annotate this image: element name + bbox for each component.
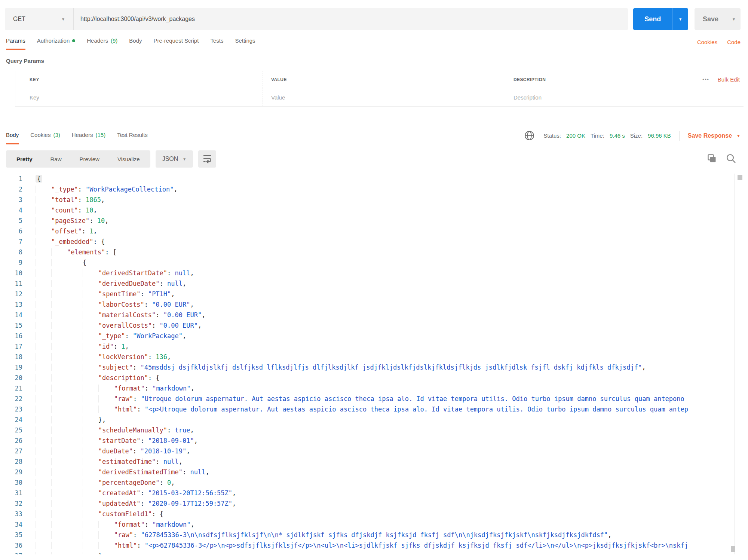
code-line: 15 "overallCosts": "0.00 EUR",	[0, 320, 734, 331]
code-line: 32 "updatedAt": "2020-09-17T12:59:57Z",	[0, 498, 734, 509]
line-number: 24	[0, 414, 22, 425]
save-response-button[interactable]: Save Response ▼	[688, 132, 741, 139]
line-number: 35	[0, 530, 22, 540]
view-pretty[interactable]: Pretty	[7, 156, 42, 162]
tab-settings-label: Settings	[235, 37, 255, 44]
line-number: 4	[0, 205, 22, 215]
status-label: Status:	[543, 132, 561, 139]
code-line: 36 "html": "<p>627845336-3</p>\n<p>sdfsj…	[0, 540, 734, 551]
response-tab-body-label: Body	[6, 132, 19, 138]
line-number: 5	[0, 215, 22, 226]
response-tab-body[interactable]: Body	[6, 132, 19, 144]
tab-body-label: Body	[129, 37, 142, 44]
code-line: 11 "derivedDueDate": null,	[0, 278, 734, 289]
response-body-viewer: 1{2 "_type": "WorkPackageCollection",3 "…	[0, 174, 748, 554]
response-header: Body Cookies (3) Headers (15) Test Resul…	[6, 131, 741, 144]
save-button-label[interactable]: Save	[695, 8, 727, 30]
line-number: 3	[0, 195, 22, 205]
url-input[interactable]	[74, 8, 628, 30]
method-select[interactable]: GET ▼	[5, 8, 74, 30]
tab-tests[interactable]: Tests	[210, 37, 223, 50]
response-tab-cookies[interactable]: Cookies (3)	[30, 132, 60, 144]
request-tabs: Params Authorization Headers (9) Body Pr…	[6, 37, 741, 50]
save-response-label: Save Response	[688, 132, 732, 139]
line-number: 19	[0, 362, 22, 373]
line-number: 9	[0, 257, 22, 268]
save-button[interactable]: Save ▼	[695, 8, 741, 30]
wrap-text-button[interactable]	[198, 150, 216, 168]
line-number: 34	[0, 519, 22, 530]
param-value-input[interactable]	[271, 94, 493, 101]
send-options-caret[interactable]: ▼	[672, 8, 688, 30]
api-client-window: GET ▼ Send ▼ Save ▼ Params Authorization…	[0, 8, 748, 560]
view-switcher: Pretty Raw Preview Visualize	[6, 150, 150, 168]
response-tab-test-results-label: Test Results	[117, 132, 148, 138]
code-line: 13 "laborCosts": "0.00 EUR",	[0, 299, 734, 310]
tab-headers-label: Headers	[87, 37, 108, 44]
view-raw[interactable]: Raw	[42, 156, 71, 162]
view-preview[interactable]: Preview	[71, 156, 108, 162]
code-line: 29 "derivedEstimatedTime": null,	[0, 467, 734, 477]
line-number: 25	[0, 425, 22, 435]
save-options-caret[interactable]: ▼	[727, 8, 741, 30]
code-line: 35 "raw": "627845336-3\n\nsdfsjflksjfkls…	[0, 530, 734, 540]
code-line: 1{	[0, 174, 734, 184]
bulk-edit-link[interactable]: Bulk Edit	[718, 76, 740, 83]
vertical-scrollbar-thumb[interactable]	[738, 175, 742, 180]
cookies-count-badge: (3)	[53, 132, 60, 138]
response-tab-headers-label: Headers	[72, 132, 93, 138]
params-actions: ••• Bulk Edit	[689, 71, 744, 88]
send-button-label[interactable]: Send	[633, 8, 672, 30]
size-label: Size:	[630, 132, 643, 139]
tab-headers[interactable]: Headers (9)	[87, 37, 117, 50]
tab-tests-label: Tests	[210, 37, 223, 44]
code-line: 20 "description": {	[0, 373, 734, 383]
view-visualize[interactable]: Visualize	[108, 156, 149, 162]
chevron-down-icon: ▼	[61, 17, 65, 21]
cookies-link[interactable]: Cookies	[697, 39, 717, 45]
json-code-block: 1{2 "_type": "WorkPackageCollection",3 "…	[0, 174, 748, 554]
response-tab-test-results[interactable]: Test Results	[117, 132, 148, 144]
key-column-header: KEY	[21, 71, 263, 88]
line-number: 29	[0, 467, 22, 477]
code-line: 18 "lockVersion": 136,	[0, 352, 734, 362]
line-number: 26	[0, 435, 22, 446]
code-line: 2 "_type": "WorkPackageCollection",	[0, 184, 734, 195]
tab-params[interactable]: Params	[6, 37, 25, 50]
format-select[interactable]: JSON ▼	[156, 150, 193, 168]
response-headers-count-badge: (15)	[95, 132, 105, 138]
code-line: 34 "format": "markdown",	[0, 519, 734, 530]
line-number: 8	[0, 247, 22, 257]
line-number: 37	[0, 551, 22, 554]
code-line: 10 "derivedStartDate": null,	[0, 268, 734, 278]
search-icon[interactable]	[726, 153, 736, 165]
query-params-empty-row	[15, 88, 744, 106]
code-line: 3 "total": 1865,	[0, 195, 734, 205]
response-tab-headers[interactable]: Headers (15)	[72, 132, 105, 144]
code-line: 19 "subject": "45msddsj dsjfkldjslkfj ds…	[0, 362, 734, 373]
code-line: 17 "id": 1,	[0, 341, 734, 352]
more-options-icon[interactable]: •••	[702, 77, 709, 82]
code-line: 30 "percentageDone": 0,	[0, 477, 734, 488]
tab-params-label: Params	[6, 37, 25, 44]
tab-pre-request-script[interactable]: Pre-request Script	[154, 37, 199, 50]
copy-icon[interactable]	[707, 153, 717, 165]
value-column-header: VALUE	[263, 71, 505, 88]
param-description-input[interactable]	[514, 94, 680, 101]
code-line: 22 "raw": "Utroque dolorum aspernatur. A…	[0, 394, 734, 404]
chevron-down-icon: ▼	[732, 17, 736, 21]
horizontal-scrollbar-thumb[interactable]	[731, 546, 735, 552]
globe-icon	[524, 131, 534, 141]
tab-authorization[interactable]: Authorization	[37, 37, 76, 50]
param-key-input[interactable]	[30, 94, 251, 101]
line-number: 27	[0, 446, 22, 456]
send-button[interactable]: Send ▼	[633, 8, 688, 30]
tab-body[interactable]: Body	[129, 37, 142, 50]
code-line: 14 "materialCosts": "0.00 EUR",	[0, 310, 734, 320]
response-toolbar: Pretty Raw Preview Visualize JSON ▼	[6, 150, 741, 168]
wrap-text-icon	[202, 153, 212, 165]
tab-settings[interactable]: Settings	[235, 37, 255, 50]
line-number: 28	[0, 456, 22, 467]
code-link[interactable]: Code	[727, 39, 741, 45]
line-number: 23	[0, 404, 22, 414]
